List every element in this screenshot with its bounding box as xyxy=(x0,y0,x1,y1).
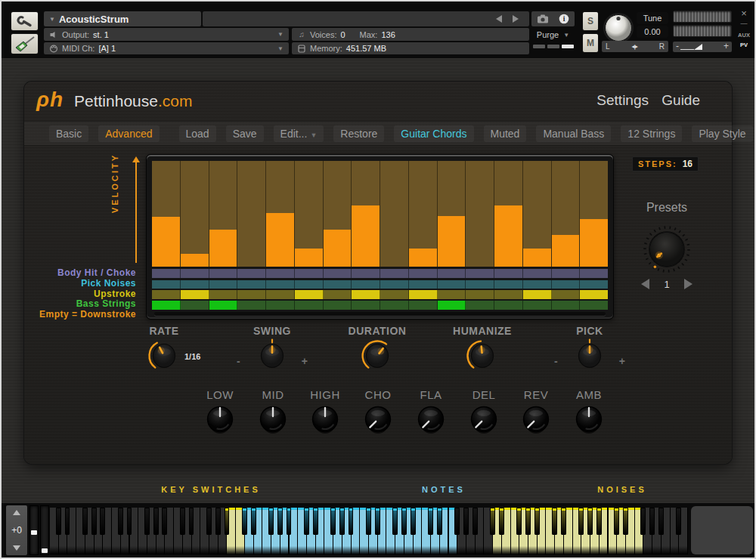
velocity-step-9[interactable] xyxy=(380,161,409,267)
row-cell-step-9[interactable] xyxy=(380,269,409,278)
velocity-step-12[interactable] xyxy=(466,161,494,267)
black-key[interactable] xyxy=(411,508,416,535)
row-cell-step-16[interactable] xyxy=(580,280,608,289)
black-key[interactable] xyxy=(534,508,540,535)
mid-knob[interactable] xyxy=(256,402,290,441)
velocity-step-6[interactable] xyxy=(295,161,324,267)
row-cell-step-3[interactable] xyxy=(209,280,238,289)
pv-button[interactable]: pv xyxy=(735,42,753,48)
row-cell-step-5[interactable] xyxy=(266,290,295,299)
black-key[interactable] xyxy=(428,508,433,535)
black-key[interactable] xyxy=(463,508,469,535)
row-cell-step-7[interactable] xyxy=(324,280,352,289)
black-key[interactable] xyxy=(658,508,664,535)
pitch-wheel-handle[interactable] xyxy=(31,530,37,535)
black-key[interactable] xyxy=(552,508,557,535)
volume-slider[interactable]: - + xyxy=(673,42,732,52)
row-cell-step-15[interactable] xyxy=(552,301,581,310)
volume-handle[interactable] xyxy=(694,44,702,50)
row-cell-step-1[interactable] xyxy=(152,269,181,278)
prev-instrument-icon[interactable] xyxy=(496,15,502,23)
rev-knob[interactable] xyxy=(519,402,553,441)
purge-control[interactable]: Purge ▼ xyxy=(531,29,575,40)
midi-dropdown-icon[interactable]: ▼ xyxy=(277,45,284,52)
black-key[interactable] xyxy=(304,508,309,535)
humanize-knob[interactable] xyxy=(465,337,500,376)
black-key[interactable] xyxy=(640,508,646,535)
velocity-step-1[interactable] xyxy=(152,161,181,267)
steps-display[interactable]: STEPS: 16 xyxy=(632,156,699,171)
output-row[interactable]: Output: st. 1 ▼ xyxy=(44,28,289,41)
black-key[interactable] xyxy=(144,508,150,535)
transpose-up-icon[interactable] xyxy=(13,510,20,515)
row-cell-step-10[interactable] xyxy=(409,301,438,310)
mute-button[interactable]: M xyxy=(582,33,599,53)
guide-button[interactable]: Guide xyxy=(662,92,700,109)
info-icon[interactable]: i xyxy=(559,14,569,24)
row-cell-step-11[interactable] xyxy=(438,290,466,299)
velocity-step-15[interactable] xyxy=(552,161,581,267)
row-cell-step-8[interactable] xyxy=(352,290,380,299)
preset-next-icon[interactable] xyxy=(684,279,692,289)
pan-slider[interactable]: L ◂|▸ R xyxy=(602,41,668,52)
black-key[interactable] xyxy=(206,508,212,535)
row-cell-step-1[interactable] xyxy=(152,290,181,299)
row-cell-step-2[interactable] xyxy=(181,290,209,299)
tab-manual-bass[interactable]: Manual Bass xyxy=(536,125,611,142)
output-dropdown-icon[interactable]: ▼ xyxy=(277,31,284,38)
row-cell-step-14[interactable] xyxy=(523,269,552,278)
row-cell-step-8[interactable] xyxy=(352,269,380,278)
black-key[interactable] xyxy=(375,508,380,535)
instrument-title-bar[interactable]: ▼ AcousticStrum xyxy=(44,11,201,26)
black-key[interactable] xyxy=(649,508,655,535)
del-knob[interactable] xyxy=(467,402,500,441)
next-instrument-icon[interactable] xyxy=(513,15,519,23)
black-key[interactable] xyxy=(100,508,105,535)
black-key[interactable] xyxy=(313,508,318,535)
transpose-down-icon[interactable] xyxy=(13,545,20,551)
row-cell-step-1[interactable] xyxy=(152,301,181,310)
row-cell-step-15[interactable] xyxy=(552,290,581,299)
black-key[interactable] xyxy=(127,508,132,535)
mod-wheel-handle[interactable] xyxy=(42,548,48,553)
black-key[interactable] xyxy=(587,508,593,535)
row-cell-step-9[interactable] xyxy=(380,301,409,310)
cho-knob[interactable] xyxy=(361,402,395,441)
black-key[interactable] xyxy=(330,508,336,535)
black-key[interactable] xyxy=(525,508,531,535)
swing-plus[interactable]: + xyxy=(302,355,308,367)
black-key[interactable] xyxy=(242,508,247,535)
presets-knob[interactable] xyxy=(638,221,696,281)
black-key[interactable] xyxy=(56,508,61,535)
row-cell-step-2[interactable] xyxy=(181,269,209,278)
solo-button[interactable]: S xyxy=(582,11,599,31)
high-knob[interactable] xyxy=(308,402,342,441)
tab-play-style[interactable]: Play Style xyxy=(692,125,752,142)
row-cell-step-2[interactable] xyxy=(181,301,209,310)
transpose-control[interactable]: +0 xyxy=(6,505,27,555)
black-key[interactable] xyxy=(437,508,442,535)
row-cell-step-13[interactable] xyxy=(494,301,523,310)
tab-guitar-chords[interactable]: Guitar Chords xyxy=(394,125,473,142)
tab-12-strings[interactable]: 12 Strings xyxy=(621,125,682,142)
velocity-step-3[interactable] xyxy=(209,161,238,267)
row-cell-step-14[interactable] xyxy=(523,290,552,299)
row-cell-step-10[interactable] xyxy=(409,280,438,289)
aux-button[interactable]: aux xyxy=(735,32,753,39)
black-key[interactable] xyxy=(614,508,619,535)
row-cell-step-7[interactable] xyxy=(324,269,352,278)
black-key[interactable] xyxy=(578,508,584,535)
row-cell-step-11[interactable] xyxy=(438,280,466,289)
row-cell-step-1[interactable] xyxy=(152,280,181,289)
row-cell-step-10[interactable] xyxy=(409,269,438,278)
swing-knob[interactable] xyxy=(255,337,290,376)
row-cell-step-8[interactable] xyxy=(352,301,380,310)
pick-plus[interactable]: + xyxy=(619,355,625,367)
black-key[interactable] xyxy=(349,508,354,535)
pitch-wheel[interactable] xyxy=(29,505,39,555)
black-key[interactable] xyxy=(339,508,345,535)
black-key[interactable] xyxy=(623,508,628,535)
tab-edit-[interactable]: Edit...▼ xyxy=(274,125,324,142)
tune-value-box[interactable]: 0.00 xyxy=(637,26,668,38)
row-cell-step-9[interactable] xyxy=(380,280,409,289)
